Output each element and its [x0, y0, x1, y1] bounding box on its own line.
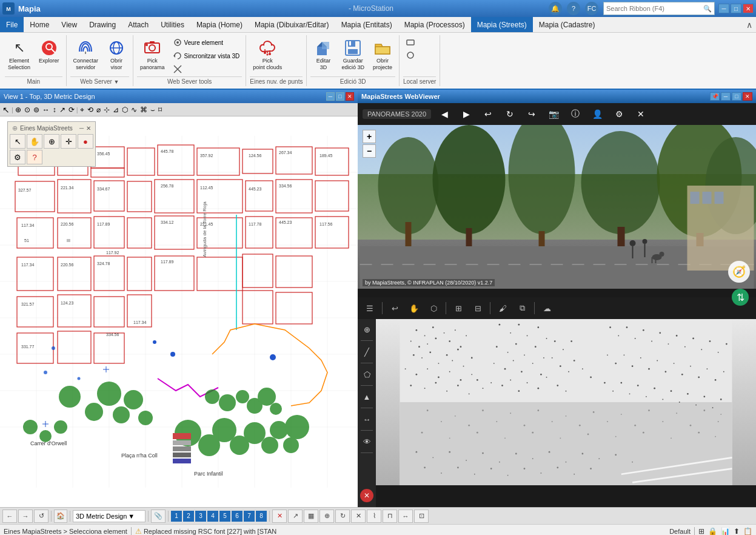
nav-back-button[interactable]: ←: [2, 510, 17, 523]
side-error-button[interactable]: ✕: [360, 489, 373, 502]
design-dropdown[interactable]: 3D Metric Design ▼: [73, 510, 146, 522]
pick-panorama-button[interactable]: Pickpanorama: [137, 36, 168, 73]
cad-map-svg[interactable]: 327.57 424.23 356.45 445.78 357.92 124.5…: [0, 116, 358, 507]
tool-x-button[interactable]: ✕: [272, 510, 287, 523]
view-3-button[interactable]: 3: [195, 511, 206, 522]
view-6-button[interactable]: 6: [232, 511, 243, 522]
search-icon[interactable]: 🔍: [701, 5, 714, 13]
pc-cloud-button[interactable]: ☁: [538, 300, 555, 317]
element-selection-button[interactable]: ↖ ElementSelection: [5, 36, 33, 73]
cad-close-button[interactable]: ✕: [346, 92, 354, 101]
float-btn-arrow[interactable]: ↖: [10, 134, 25, 149]
cad-tb-arrow[interactable]: ↖: [1, 105, 11, 115]
float-btn-dot[interactable]: ●: [78, 134, 93, 149]
menu-mapia-processos[interactable]: Mapia (Processos): [398, 17, 471, 32]
cad-tb-btn4[interactable]: ↔: [41, 106, 51, 114]
cad-tb-btn7[interactable]: ⟳: [67, 106, 76, 114]
editar-3d-button[interactable]: Editar3D: [310, 36, 336, 73]
cad-tb-btn15[interactable]: ⌘: [139, 106, 149, 114]
cad-tb-btn5[interactable]: ↕: [52, 106, 58, 114]
float-toolbar-minimize[interactable]: ─: [79, 125, 84, 132]
side-eye-button[interactable]: 👁: [359, 434, 375, 449]
float-settings-btn[interactable]: ⚙: [10, 150, 25, 164]
menu-attach[interactable]: Attach: [122, 17, 155, 32]
pano-settings-button[interactable]: ⚙: [610, 106, 627, 123]
connectar-servidor-button[interactable]: Connectarservidor: [70, 36, 102, 73]
nav-forward-button[interactable]: →: [18, 510, 33, 523]
nav-refresh-button[interactable]: ↺: [34, 510, 49, 523]
float-toolbar-close[interactable]: ✕: [86, 125, 91, 132]
status-icon4[interactable]: ⬆: [734, 527, 740, 536]
cad-tb-btn8[interactable]: ⌖: [79, 106, 85, 114]
pc-menu-button[interactable]: ☰: [361, 300, 378, 317]
tool-frame-button[interactable]: ⊡: [414, 510, 429, 523]
webviewer-max-button[interactable]: □: [732, 92, 741, 101]
extra-btn1[interactable]: [170, 63, 243, 75]
view-attach-button[interactable]: 📎: [151, 510, 166, 523]
menu-utilities[interactable]: Utilities: [155, 17, 190, 32]
pc-layers-button[interactable]: ⧉: [513, 300, 530, 317]
pano-undo-button[interactable]: ↩: [480, 106, 497, 123]
search-input[interactable]: [604, 5, 701, 12]
view-4-button[interactable]: 4: [207, 511, 218, 522]
tool-rotate-button[interactable]: ↻: [335, 510, 350, 523]
pano-user-button[interactable]: 👤: [589, 106, 606, 123]
cad-tb-btn12[interactable]: ⊿: [112, 106, 120, 114]
pc-grid1-button[interactable]: ⊞: [450, 300, 467, 317]
obrir-visor-button[interactable]: Obrirvisor: [104, 36, 129, 73]
minimize-button[interactable]: ─: [718, 4, 729, 13]
pano-refresh-button[interactable]: ↻: [501, 106, 518, 123]
pano-prev-button[interactable]: ◀: [436, 106, 453, 123]
menu-mapia-streets[interactable]: Mapia (Streets): [471, 17, 533, 32]
menu-mapia-home[interactable]: Mapia (Home): [190, 17, 249, 32]
local-btn1[interactable]: [403, 36, 418, 49]
pc-grid2-button[interactable]: ⊟: [469, 300, 486, 317]
tool-crosshair-button[interactable]: ⊕: [319, 510, 334, 523]
view-8-button[interactable]: 8: [256, 511, 267, 522]
tool-rect-button[interactable]: ⊓: [383, 510, 397, 523]
cad-tb-btn9[interactable]: ⟲: [86, 106, 95, 114]
menu-home[interactable]: Home: [24, 17, 55, 32]
ribbon-collapse-icon[interactable]: ∧: [746, 20, 752, 30]
float-btn-zoom[interactable]: ⊕: [44, 134, 59, 149]
status-icon2[interactable]: 🔒: [708, 527, 717, 536]
menu-drawing[interactable]: Drawing: [83, 17, 122, 32]
side-line-button[interactable]: ╱: [359, 344, 375, 360]
float-btn-move[interactable]: ✛: [61, 134, 76, 149]
pano-close-button[interactable]: ✕: [632, 106, 649, 123]
pano-camera-button[interactable]: 📷: [545, 106, 562, 123]
cad-tb-btn16[interactable]: ⌣: [149, 106, 156, 114]
cad-tb-btn11[interactable]: ⊹: [102, 106, 111, 114]
help-icon[interactable]: ?: [567, 2, 580, 15]
view-2-button[interactable]: 2: [183, 511, 194, 522]
webviewer-minimize-button[interactable]: ─: [721, 92, 731, 101]
tool-snap-button[interactable]: ↗: [288, 510, 303, 523]
webviewer-pin-button[interactable]: 📌: [710, 92, 720, 101]
obrir-projecte-button[interactable]: Obrirprojecte: [370, 36, 395, 73]
cad-tb-btn13[interactable]: ⬡: [121, 106, 129, 114]
status-icon1[interactable]: ⊞: [698, 527, 704, 536]
side-mountain-button[interactable]: ▲: [359, 389, 375, 405]
pick-point-clouds-button[interactable]: Pickpoint clouds: [250, 36, 285, 73]
cad-tb-btn1[interactable]: ⊕: [14, 106, 22, 114]
bell-icon[interactable]: 🔔: [549, 2, 562, 15]
zoom-in-button[interactable]: +: [363, 130, 376, 143]
close-button[interactable]: ✕: [743, 4, 754, 13]
pc-hand-button[interactable]: ✋: [406, 300, 423, 317]
pano-redo-button[interactable]: ↪: [523, 106, 540, 123]
pc-undo-button[interactable]: ↩: [386, 300, 403, 317]
sincronitzar-button[interactable]: Sincronitzar vista 3D: [170, 50, 243, 62]
pointcloud-canvas[interactable]: [376, 319, 756, 485]
compass-button[interactable]: 🧭: [728, 261, 750, 283]
cad-restore-button[interactable]: □: [336, 92, 344, 101]
menu-file[interactable]: File: [0, 17, 24, 32]
explorer-button[interactable]: Explorer: [36, 36, 62, 66]
menu-mapia-dibuixar[interactable]: Mapia (Dibuixar/Editar): [249, 17, 335, 32]
pc-3d-button[interactable]: ⬡: [425, 300, 442, 317]
float-btn-hand[interactable]: ✋: [27, 134, 42, 149]
pano-info-button[interactable]: ⓘ: [567, 106, 584, 123]
tool-arrows-button[interactable]: ↔: [398, 510, 413, 523]
float-help-btn[interactable]: ?: [27, 150, 42, 164]
veure-element-button[interactable]: Veure element: [170, 36, 243, 49]
panorama-image[interactable]: + − 🧭 by MapiaStreets, © INFRAPLAN (28/1…: [358, 125, 756, 289]
